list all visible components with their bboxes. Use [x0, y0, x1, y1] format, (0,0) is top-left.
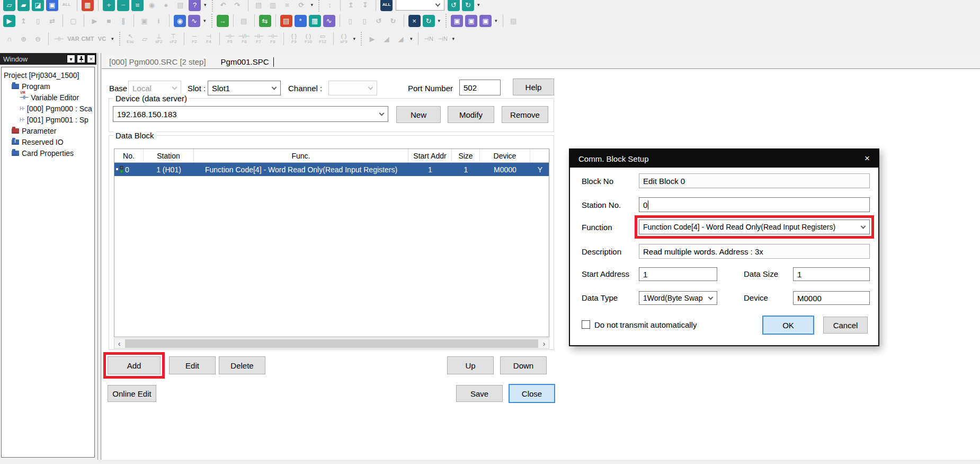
- doc-undo-icon[interactable]: ↺: [373, 15, 385, 27]
- compile-run-icon[interactable]: ▶: [366, 33, 378, 45]
- panel-pin-button[interactable]: [77, 55, 85, 63]
- function-select[interactable]: Function Code[4] - Word Read Only(Read I…: [639, 220, 870, 234]
- module-remove-icon[interactable]: ▣: [479, 15, 492, 27]
- panel-close-button[interactable]: ×: [87, 55, 95, 63]
- panel-dropdown-button[interactable]: ▾: [67, 55, 75, 63]
- user-run-icon[interactable]: ▶: [88, 15, 101, 27]
- panel-cmt-icon[interactable]: CMT: [82, 33, 94, 45]
- down-button[interactable]: Down: [500, 356, 547, 374]
- column-header[interactable]: Start Addr: [408, 149, 452, 162]
- data-type-select[interactable]: 1Word(Byte Swap: [639, 291, 717, 305]
- new-button[interactable]: New: [396, 106, 441, 123]
- data-size-input[interactable]: 1: [793, 267, 870, 281]
- dialog-close-icon[interactable]: ×: [865, 153, 870, 164]
- module-2-icon[interactable]: ▣: [465, 15, 477, 27]
- doc-edit-icon[interactable]: ▱: [139, 33, 151, 45]
- remove-block-icon[interactable]: −: [117, 0, 129, 11]
- dropdown-arrow-icon[interactable]: ▾: [452, 36, 455, 41]
- color-grid-icon[interactable]: ▦: [82, 0, 94, 11]
- scroll-right-icon[interactable]: ›: [539, 339, 549, 348]
- scroll-left-icon[interactable]: ‹: [114, 339, 124, 348]
- copy-pair-icon[interactable]: ▤: [507, 15, 520, 27]
- redo-history-icon[interactable]: ↻: [462, 0, 474, 11]
- upload-icon[interactable]: ↥: [17, 15, 30, 27]
- print-icon[interactable]: ▤: [174, 0, 186, 11]
- f12-box-icon[interactable]: ▭F12: [317, 33, 329, 45]
- move-up-icon[interactable]: ↥: [345, 0, 357, 11]
- monitor-icon[interactable]: ▢: [67, 15, 79, 27]
- add-block-icon[interactable]: +: [103, 0, 115, 11]
- f6-contact-icon[interactable]: ⊣/⊢F6: [238, 33, 251, 45]
- edit-button[interactable]: Edit: [169, 356, 216, 374]
- device-server-select[interactable]: 192.168.150.183: [113, 106, 388, 122]
- trend-monitor-icon[interactable]: ∿: [188, 15, 200, 27]
- help-icon[interactable]: ?: [189, 0, 201, 11]
- cf2-tool-icon[interactable]: ⊤cF2: [167, 33, 180, 45]
- menu-list-icon[interactable]: ▤: [280, 15, 292, 27]
- slot-select[interactable]: Slot1: [208, 81, 281, 95]
- user-stop-icon[interactable]: ■: [103, 15, 115, 27]
- tree-item[interactable]: ⊦⊦[000] Pgm000 : Sca: [2, 103, 94, 114]
- swap-icon[interactable]: ⇄: [46, 15, 58, 27]
- move-down-icon[interactable]: ↧: [359, 0, 371, 11]
- align-icon[interactable]: ≡: [281, 0, 293, 11]
- column-header[interactable]: Size: [452, 149, 480, 162]
- f7-contact-icon[interactable]: ⊣⊢F7: [253, 33, 265, 45]
- esc-tool-icon[interactable]: ↖Esc: [124, 33, 137, 45]
- snap-icon[interactable]: ∩: [3, 33, 15, 45]
- save-icon[interactable]: ▣: [46, 0, 58, 11]
- tree-item[interactable]: Card Properties: [2, 147, 94, 159]
- station-no-input[interactable]: 0: [639, 197, 870, 212]
- f8-contact-icon[interactable]: ⊣⊢F8: [267, 33, 279, 45]
- add-button[interactable]: Add: [108, 356, 161, 374]
- cancel-button[interactable]: Cancel: [823, 317, 868, 334]
- f5-contact-icon[interactable]: ⊣⊢F5: [224, 33, 236, 45]
- f9-coil-icon[interactable]: { }F9: [288, 33, 300, 45]
- zoom-in-icon[interactable]: ⊕: [17, 33, 30, 45]
- panel-contact-icon[interactable]: ⊣⊢: [53, 33, 65, 45]
- doc-all-icon[interactable]: ▯: [359, 15, 371, 27]
- all-badge-icon[interactable]: ALL: [380, 0, 393, 11]
- dropdown-arrow-icon[interactable]: ▾: [111, 36, 114, 41]
- undo-icon[interactable]: ↶: [217, 0, 229, 11]
- save-button[interactable]: Save: [456, 385, 503, 402]
- doc-redo-icon[interactable]: ↻: [387, 15, 399, 27]
- dropdown-arrow-icon[interactable]: ▾: [495, 18, 497, 23]
- address-combo[interactable]: [396, 0, 444, 11]
- discard-icon[interactable]: ▯: [32, 15, 44, 27]
- column-header[interactable]: No.: [114, 149, 144, 162]
- modify-button[interactable]: Modify: [448, 106, 494, 123]
- paste-icon[interactable]: ▥: [267, 0, 279, 11]
- dropdown-arrow-icon[interactable]: ▾: [410, 36, 413, 41]
- tree-item[interactable]: ⊦⊦[001] Pgm001 : Sp: [2, 114, 94, 125]
- tree-item[interactable]: Project [Prj0304_1500]: [2, 69, 94, 81]
- dropdown-arrow-icon[interactable]: ▾: [477, 2, 480, 7]
- column-header[interactable]: [530, 149, 550, 162]
- device-input[interactable]: M0000: [793, 291, 870, 305]
- settings-gear-icon[interactable]: *: [295, 15, 307, 27]
- export-icon[interactable]: →: [217, 15, 229, 27]
- chart-icon[interactable]: ∿: [323, 15, 335, 27]
- dropdown-arrow-icon[interactable]: ▾: [438, 18, 441, 23]
- panel-var-icon[interactable]: VAR: [67, 33, 79, 45]
- tab-pgm001-spc[interactable]: Pgm001.SPC: [221, 57, 269, 66]
- calculator-icon[interactable]: ▦: [309, 15, 321, 27]
- dropdown-arrow-icon[interactable]: ▾: [311, 2, 314, 7]
- dropdown-arrow-icon[interactable]: ▾: [353, 36, 356, 41]
- dropdown-arrow-icon[interactable]: ▾: [204, 2, 207, 7]
- f4-contact-icon[interactable]: ⊣F4: [203, 33, 215, 45]
- shuffle-icon[interactable]: ⇆: [259, 15, 271, 27]
- tools-icon[interactable]: ×: [408, 15, 421, 27]
- up-button[interactable]: Up: [447, 356, 494, 374]
- globe-icon[interactable]: ◉: [174, 15, 186, 27]
- transfer-settings-icon[interactable]: ↻: [423, 15, 435, 27]
- n-open-contact-icon[interactable]: ⊣N: [423, 33, 435, 45]
- shield-icon[interactable]: ◉: [146, 0, 158, 11]
- copy-special-icon[interactable]: ▤: [238, 15, 250, 27]
- copy-icon[interactable]: ▤: [253, 0, 265, 11]
- info-card-icon[interactable]: i: [153, 15, 165, 27]
- help-button[interactable]: Help: [513, 78, 554, 95]
- panel-vc-icon[interactable]: VC: [96, 33, 108, 45]
- scrollbar-thumb[interactable]: [125, 339, 538, 348]
- remove-button[interactable]: Remove: [502, 106, 548, 123]
